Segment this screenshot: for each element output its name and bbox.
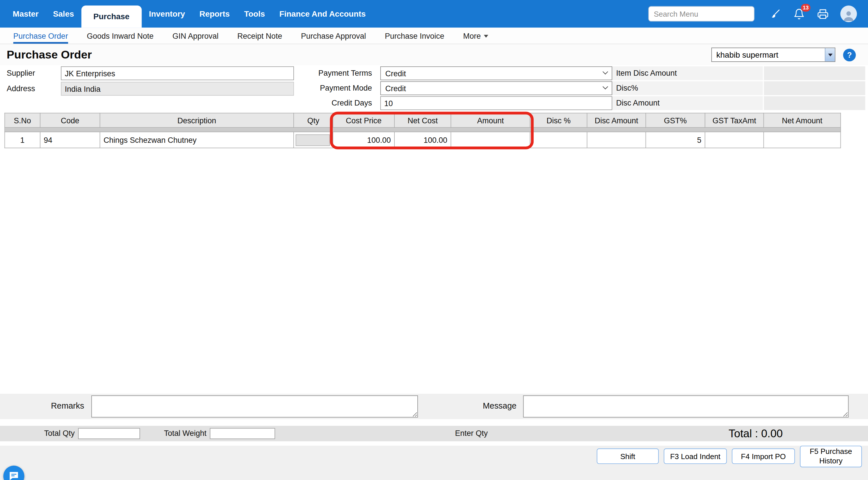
qty-input[interactable] xyxy=(296,134,330,146)
cell-cost-price: 100.00 xyxy=(333,132,394,148)
col-net-amount: Net Amount xyxy=(764,113,840,127)
supplier-input[interactable] xyxy=(61,66,294,80)
disc-amount-label: Disc Amount xyxy=(616,98,660,107)
message-label: Message xyxy=(437,401,517,410)
total-weight-label: Total Weight xyxy=(150,429,207,438)
col-description: Description xyxy=(100,113,293,127)
remarks-label: Remarks xyxy=(17,401,84,410)
cell-gst-percent: 5 xyxy=(646,132,705,148)
nav-tools[interactable]: Tools xyxy=(237,0,272,28)
title-row: Purchase Order khabib supermart ? xyxy=(0,44,868,65)
tab-receipt-note[interactable]: Receipt Note xyxy=(237,28,282,43)
col-sno: S.No xyxy=(5,113,40,127)
chevron-down-icon xyxy=(602,69,608,74)
theme-brush-icon[interactable] xyxy=(769,8,781,20)
f4-import-po-button[interactable]: F4 Import PO xyxy=(732,448,795,464)
chevron-down-icon[interactable] xyxy=(825,48,835,61)
total-qty-input[interactable] xyxy=(78,428,140,439)
tab-label: Purchase Approval xyxy=(301,31,366,40)
search-input[interactable] xyxy=(648,6,754,22)
address-input[interactable] xyxy=(61,82,294,96)
cell-qty xyxy=(293,132,333,148)
action-buttons-band: Shift F3 Load Indent F4 Import PO F5 Pur… xyxy=(0,446,868,480)
credit-days-label: Credit Days xyxy=(311,96,372,110)
f5-purchase-history-button[interactable]: F5 Purchase History xyxy=(800,446,862,467)
tab-label: More xyxy=(463,31,481,40)
notification-badge: 13 xyxy=(801,4,811,11)
nav-purchase[interactable]: Purchase xyxy=(81,5,142,28)
credit-days-input[interactable] xyxy=(380,96,612,110)
payment-terms-select[interactable]: Credit xyxy=(380,66,612,80)
tab-purchase-invoice[interactable]: Purchase Invoice xyxy=(385,28,444,43)
line-items-table: S.No Code Description Qty Cost Price Net… xyxy=(4,113,841,148)
shift-button[interactable]: Shift xyxy=(597,448,659,464)
purchase-subnav: Purchase Order Goods Inward Note GIN App… xyxy=(0,28,868,44)
col-gst-taxamt: GST TaxAmt xyxy=(705,113,764,127)
user-avatar[interactable] xyxy=(840,5,857,22)
item-disc-amount-label: Item Disc Amount xyxy=(616,69,677,77)
help-icon[interactable]: ? xyxy=(843,48,856,61)
chat-bubble-icon xyxy=(8,471,20,480)
nav-master[interactable]: Master xyxy=(5,0,45,28)
print-icon[interactable] xyxy=(817,8,829,20)
cell-net-cost: 100.00 xyxy=(394,132,451,148)
tab-label: Goods Inward Note xyxy=(87,31,154,40)
disc-percent-field[interactable] xyxy=(764,81,865,95)
remarks-textarea[interactable] xyxy=(91,396,418,417)
tab-label: Purchase Order xyxy=(13,31,68,40)
col-code: Code xyxy=(40,113,100,127)
company-selector-value: khabib supermart xyxy=(712,50,825,59)
col-qty: Qty xyxy=(293,113,333,127)
supplier-label: Supplier xyxy=(7,66,35,80)
line-items-table-wrap: S.No Code Description Qty Cost Price Net… xyxy=(4,113,863,148)
nav-inventory[interactable]: Inventory xyxy=(142,0,192,28)
page-title: Purchase Order xyxy=(7,48,92,61)
tab-purchase-order[interactable]: Purchase Order xyxy=(13,28,68,43)
tab-goods-inward-note[interactable]: Goods Inward Note xyxy=(87,28,154,43)
grand-total: Total : 0.00 xyxy=(692,426,819,441)
app-window: Master Sales Purchase Inventory Reports … xyxy=(0,0,868,480)
table-row: 1 94 Chings Schezwan Chutney 100.00 100.… xyxy=(5,132,840,148)
cell-disc-amount xyxy=(587,132,646,148)
notifications-bell-icon[interactable]: 13 xyxy=(793,8,805,20)
total-weight-input[interactable] xyxy=(210,428,275,439)
po-header-form: Supplier Address Payment Terms Credit Pa… xyxy=(0,65,868,113)
item-disc-amount-row: Item Disc Amount xyxy=(612,66,763,80)
table-separator-row xyxy=(5,128,840,132)
top-navigation-bar: Master Sales Purchase Inventory Reports … xyxy=(0,0,868,28)
nav-reports[interactable]: Reports xyxy=(192,0,237,28)
tab-gin-approval[interactable]: GIN Approval xyxy=(173,28,219,43)
nav-finance-and-accounts[interactable]: Finance And Accounts xyxy=(272,0,373,28)
tab-more[interactable]: More xyxy=(463,28,488,43)
col-disc-amount: Disc Amount xyxy=(587,113,646,127)
chevron-down-icon xyxy=(602,84,608,90)
tab-label: Receipt Note xyxy=(237,31,282,40)
company-selector[interactable]: khabib supermart xyxy=(711,47,835,62)
main-nav: Master Sales Purchase Inventory Reports … xyxy=(5,0,373,28)
payment-mode-value: Credit xyxy=(385,84,406,93)
cell-gst-taxamt xyxy=(705,132,764,148)
cell-description: Chings Schezwan Chutney xyxy=(100,132,293,148)
message-textarea[interactable] xyxy=(523,396,848,417)
divider xyxy=(0,441,868,446)
cell-disc-percent xyxy=(530,132,587,148)
cell-sno: 1 xyxy=(5,132,40,148)
cell-amount xyxy=(451,132,530,148)
tab-purchase-approval[interactable]: Purchase Approval xyxy=(301,28,366,43)
col-disc-percent: Disc % xyxy=(530,113,587,127)
topbar-icons: 13 xyxy=(769,0,857,28)
col-cost-price: Cost Price xyxy=(333,113,394,127)
total-qty-label: Total Qty xyxy=(22,429,74,438)
nav-sales[interactable]: Sales xyxy=(46,0,81,28)
f3-load-indent-button[interactable]: F3 Load Indent xyxy=(663,448,727,464)
disc-amount-field[interactable] xyxy=(764,96,865,110)
footer-section: Remarks Message Total Qty Total Weight E… xyxy=(0,394,868,480)
item-disc-amount-field[interactable] xyxy=(764,66,865,80)
disc-percent-row: Disc% xyxy=(612,81,763,95)
payment-terms-label: Payment Terms xyxy=(311,66,372,80)
chat-button[interactable] xyxy=(3,466,24,480)
chevron-down-icon xyxy=(484,35,488,38)
col-net-cost: Net Cost xyxy=(394,113,451,127)
payment-mode-select[interactable]: Credit xyxy=(380,81,612,95)
cell-net-amount xyxy=(764,132,840,148)
